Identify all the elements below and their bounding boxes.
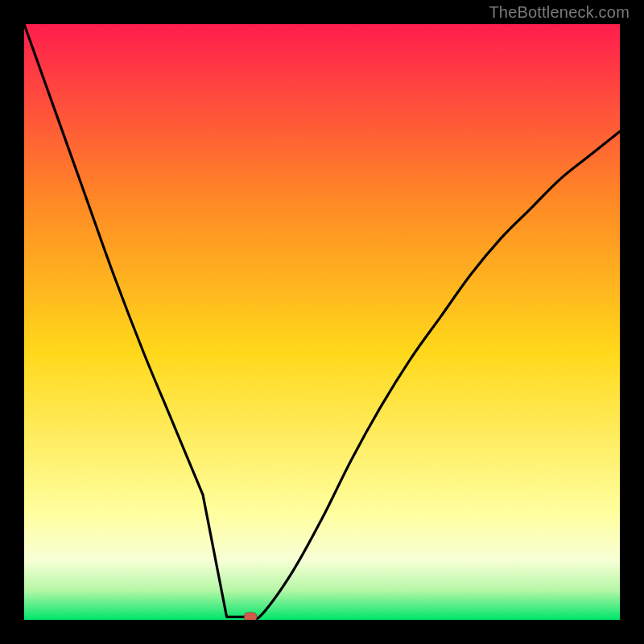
bottleneck-chart xyxy=(24,24,620,620)
gradient-background xyxy=(24,24,620,620)
watermark-text: TheBottleneck.com xyxy=(489,3,630,22)
chart-frame: TheBottleneck.com xyxy=(0,0,644,644)
plot-area xyxy=(24,24,620,620)
optimum-marker xyxy=(244,613,257,620)
